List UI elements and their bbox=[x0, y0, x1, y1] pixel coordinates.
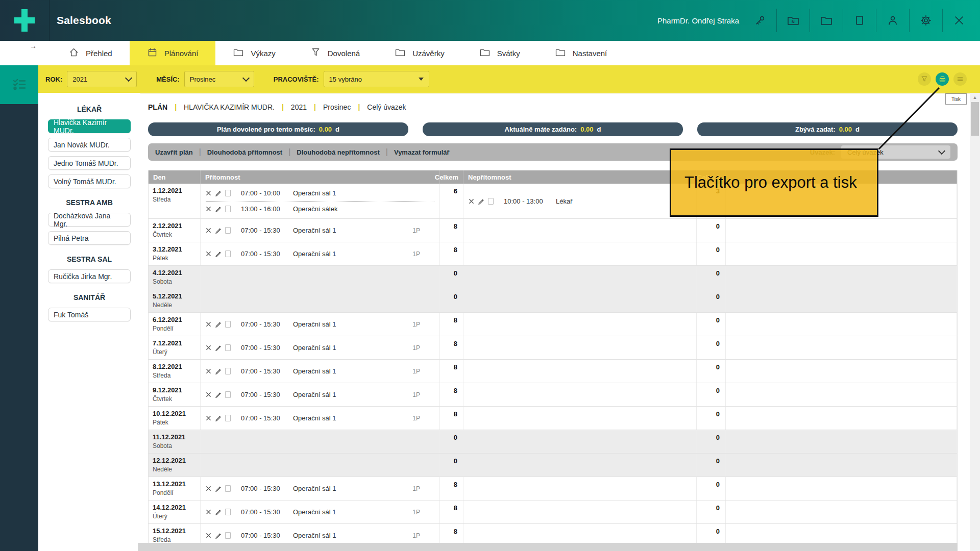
folder-n-icon[interactable]: N bbox=[786, 13, 801, 28]
delete-entry-icon[interactable] bbox=[206, 206, 211, 212]
sidebar-person-item[interactable]: Volný Tomáš MUDr. bbox=[48, 174, 131, 188]
gear-icon[interactable] bbox=[918, 13, 934, 28]
absence-cell[interactable] bbox=[463, 266, 697, 289]
copy-entry-icon[interactable] bbox=[225, 368, 231, 374]
delete-entry-icon[interactable] bbox=[206, 190, 211, 196]
absence-cell[interactable] bbox=[463, 219, 697, 242]
sidebar-person-item[interactable]: Hlavička Kazimír MUDr. bbox=[48, 119, 131, 133]
toolbar-action[interactable]: Dlouhodobá přítomnost bbox=[207, 148, 282, 156]
tab-nastavení[interactable]: Nastavení bbox=[537, 41, 625, 65]
sidebar-person-item[interactable]: Fuk Tomáš bbox=[48, 308, 131, 321]
edit-entry-icon[interactable] bbox=[215, 368, 222, 374]
absence-cell[interactable] bbox=[463, 500, 697, 523]
tab-dovolená[interactable]: Dovolená bbox=[293, 41, 377, 65]
copy-entry-icon[interactable] bbox=[225, 391, 231, 398]
delete-entry-icon[interactable] bbox=[206, 415, 211, 421]
copy-entry-icon[interactable] bbox=[225, 190, 231, 196]
edit-entry-icon[interactable] bbox=[215, 227, 222, 234]
user-icon[interactable] bbox=[885, 13, 900, 28]
month-select[interactable]: Prosinec bbox=[184, 71, 254, 87]
menu-button[interactable] bbox=[953, 72, 967, 86]
copy-entry-icon[interactable] bbox=[225, 415, 231, 421]
copy-entry-icon[interactable] bbox=[225, 206, 231, 212]
presence-cell[interactable] bbox=[201, 430, 440, 453]
tab-plánování[interactable]: Plánování bbox=[130, 41, 216, 65]
scroll-up-arrow-icon[interactable]: ▲ bbox=[970, 95, 980, 100]
scrollbar-thumb[interactable] bbox=[971, 102, 979, 136]
print-button[interactable] bbox=[936, 72, 949, 86]
copy-entry-icon[interactable] bbox=[225, 321, 231, 328]
presence-cell[interactable]: 07:00 - 15:30Operační sál 11P bbox=[201, 313, 440, 336]
absence-cell[interactable] bbox=[463, 383, 697, 406]
copy-entry-icon[interactable] bbox=[225, 509, 231, 515]
edit-entry-icon[interactable] bbox=[215, 485, 222, 492]
presence-cell[interactable] bbox=[201, 266, 440, 289]
presence-cell[interactable]: 07:00 - 15:30Operační sál 11P bbox=[201, 407, 440, 430]
presence-cell[interactable] bbox=[201, 454, 440, 477]
delete-entry-icon[interactable] bbox=[206, 392, 211, 397]
delete-entry-icon[interactable] bbox=[469, 198, 474, 204]
presence-cell[interactable]: 07:00 - 15:30Operační sál 11P bbox=[201, 242, 440, 265]
copy-entry-icon[interactable] bbox=[225, 227, 231, 234]
presence-cell[interactable]: 07:00 - 15:30Operační sál 11P bbox=[201, 336, 440, 359]
presence-cell[interactable]: 07:00 - 15:30Operační sál 11P bbox=[201, 477, 440, 500]
delete-entry-icon[interactable] bbox=[206, 345, 211, 350]
presence-cell[interactable]: 07:00 - 15:30Operační sál 11P bbox=[201, 383, 440, 406]
tab-přehled[interactable]: Přehled bbox=[51, 41, 130, 65]
delete-entry-icon[interactable] bbox=[206, 486, 211, 491]
delete-entry-icon[interactable] bbox=[206, 368, 211, 374]
toolbar-action[interactable]: Vymazat formulář bbox=[394, 148, 450, 156]
toolbar-action[interactable]: Dlouhodobá nepřítomnost bbox=[297, 148, 379, 156]
sidebar-person-item[interactable]: Pilná Petra bbox=[48, 231, 131, 245]
absence-cell[interactable] bbox=[463, 360, 697, 383]
sidebar-person-item[interactable]: Jan Novák MUDr. bbox=[48, 138, 131, 152]
presence-cell[interactable]: 07:00 - 10:00Operační sál 113:00 - 16:00… bbox=[201, 184, 440, 218]
delete-entry-icon[interactable] bbox=[206, 321, 211, 327]
delete-entry-icon[interactable] bbox=[206, 228, 211, 233]
copy-entry-icon[interactable] bbox=[488, 198, 494, 205]
sidebar-person-item[interactable]: Docházková Jana Mgr. bbox=[48, 213, 131, 227]
absence-cell[interactable] bbox=[463, 454, 697, 477]
absence-cell[interactable] bbox=[463, 289, 697, 312]
app-logo[interactable] bbox=[0, 0, 50, 41]
sidebar-person-item[interactable]: Jedno Tomáš MUDr. bbox=[48, 156, 131, 170]
workplace-select[interactable]: 15 vybráno bbox=[324, 71, 429, 87]
edit-entry-icon[interactable] bbox=[215, 509, 222, 515]
window-icon[interactable] bbox=[852, 13, 867, 28]
edit-entry-icon[interactable] bbox=[215, 321, 222, 328]
delete-entry-icon[interactable] bbox=[206, 251, 211, 257]
delete-entry-icon[interactable] bbox=[206, 533, 211, 538]
checklist-menu-button[interactable] bbox=[0, 65, 38, 104]
nav-collapse-arrow[interactable]: → bbox=[30, 42, 37, 50]
absence-cell[interactable]: 10:00 - 13:00Lékař bbox=[463, 184, 697, 218]
folder-icon[interactable] bbox=[819, 13, 834, 28]
copy-entry-icon[interactable] bbox=[225, 532, 231, 539]
absence-cell[interactable] bbox=[463, 477, 697, 500]
copy-entry-icon[interactable] bbox=[225, 344, 231, 351]
presence-cell[interactable]: 07:00 - 15:30Operační sál 11P bbox=[201, 360, 440, 383]
edit-entry-icon[interactable] bbox=[215, 251, 222, 257]
tab-uzávěrky[interactable]: Uzávěrky bbox=[377, 41, 462, 65]
year-select[interactable]: 2021 bbox=[67, 71, 137, 87]
delete-entry-icon[interactable] bbox=[206, 509, 211, 515]
presence-cell[interactable]: 07:00 - 15:30Operační sál 11P bbox=[201, 219, 440, 242]
edit-entry-icon[interactable] bbox=[215, 415, 222, 421]
edit-entry-icon[interactable] bbox=[215, 391, 222, 398]
copy-entry-icon[interactable] bbox=[225, 251, 231, 257]
edit-entry-icon[interactable] bbox=[215, 532, 222, 539]
sidebar-person-item[interactable]: Ručička Jirka Mgr. bbox=[48, 269, 131, 283]
absence-cell[interactable] bbox=[463, 242, 697, 265]
filter-funnel-button[interactable] bbox=[918, 72, 931, 86]
absence-cell[interactable] bbox=[463, 336, 697, 359]
absence-cell[interactable] bbox=[463, 407, 697, 430]
edit-entry-icon[interactable] bbox=[215, 206, 222, 212]
toolbar-action[interactable]: Uzavřít plán bbox=[155, 148, 193, 156]
edit-entry-icon[interactable] bbox=[215, 190, 222, 196]
presence-cell[interactable]: 07:00 - 15:30Operační sál 11P bbox=[201, 500, 440, 523]
absence-cell[interactable] bbox=[463, 430, 697, 453]
tab-výkazy[interactable]: Výkazy bbox=[215, 41, 292, 65]
key-icon[interactable] bbox=[752, 13, 768, 28]
edit-entry-icon[interactable] bbox=[478, 198, 484, 205]
horizontal-scrollbar[interactable] bbox=[138, 543, 958, 551]
edit-entry-icon[interactable] bbox=[215, 344, 222, 351]
